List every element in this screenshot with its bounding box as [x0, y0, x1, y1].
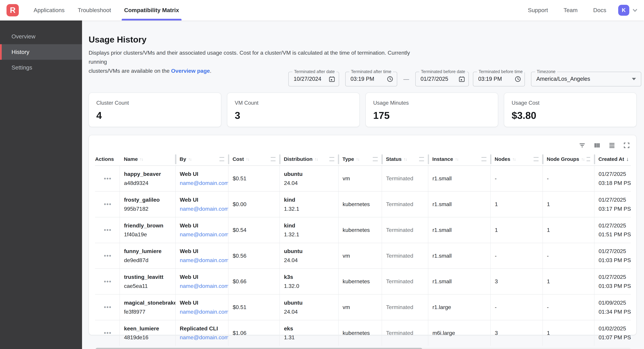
- cell-distribution: k3s1.32.0: [280, 269, 338, 294]
- horizontal-scrollbar-track[interactable]: [95, 348, 631, 349]
- nav-item-team[interactable]: Team: [556, 0, 586, 20]
- density-icon[interactable]: [608, 142, 616, 149]
- column-header-by[interactable]: By↑↓: [176, 153, 228, 166]
- timezone-select[interactable]: Timezone America/Los_Angeles: [531, 72, 641, 86]
- sidebar-item-settings[interactable]: Settings: [0, 60, 82, 75]
- cell-cost-value: $0.51: [232, 304, 276, 311]
- sort-icon[interactable]: ↑↓: [581, 157, 584, 162]
- column-resize-handle[interactable]: [586, 157, 590, 161]
- cell-instance-value: r1.small: [432, 253, 487, 259]
- row-by-email-link[interactable]: name@domain.com: [180, 283, 228, 289]
- row-by-email-link[interactable]: name@domain.com: [180, 180, 228, 186]
- sort-icon[interactable]: ↑↓: [246, 157, 249, 162]
- column-header-created-at[interactable]: Created At↓: [594, 153, 631, 166]
- row-id: 1f40a19e: [124, 231, 172, 238]
- nav-item-support[interactable]: Support: [520, 0, 556, 20]
- column-label: Type: [342, 156, 354, 162]
- nav-item-docs[interactable]: Docs: [586, 0, 614, 20]
- overview-page-link[interactable]: Overview page: [171, 68, 210, 74]
- column-resize-handle[interactable]: [534, 157, 538, 161]
- row-actions-button[interactable]: •••: [102, 252, 113, 259]
- cell-cost-value: $0.56: [232, 253, 276, 259]
- sort-icon[interactable]: ↑↓: [315, 157, 318, 162]
- row-by-email-link[interactable]: name@domain.com: [180, 309, 228, 315]
- row-distribution: ubuntu: [284, 300, 335, 306]
- fullscreen-icon[interactable]: [623, 142, 630, 149]
- nav-item-compatibility-matrix[interactable]: Compatibility Matrix: [118, 0, 186, 20]
- clock-icon[interactable]: [515, 76, 521, 82]
- usage-history-table-card: ActionsName↑↓By↑↓Cost↑↓Distribution↑↓Typ…: [88, 135, 636, 335]
- user-avatar[interactable]: K: [618, 5, 629, 16]
- cell-cost: $0.66: [228, 269, 280, 294]
- row-actions-button[interactable]: •••: [102, 329, 113, 337]
- row-by-email-link[interactable]: name@domain.com: [180, 231, 228, 238]
- cell-nodes-value: -: [495, 175, 539, 182]
- column-header-status[interactable]: Status↑↓: [382, 153, 428, 166]
- cell-name: keen_lumiere4819de16: [120, 320, 175, 346]
- column-resize-handle[interactable]: [419, 157, 424, 161]
- cell-instance-value: r1.small: [432, 227, 487, 233]
- column-resize-handle[interactable]: [373, 157, 378, 161]
- sort-icon[interactable]: ↑↓: [455, 157, 458, 162]
- row-by-email-link[interactable]: name@domain.com: [180, 206, 228, 212]
- top-navigation: R Applications Troubleshoot Compatibilit…: [0, 0, 644, 20]
- column-header-type[interactable]: Type↑↓: [338, 153, 382, 166]
- column-header-node-groups[interactable]: Node Groups↑↓: [543, 153, 594, 166]
- cell-created-at: 01/27/202503:18 PM PST: [594, 166, 631, 191]
- replicated-logo[interactable]: R: [6, 4, 19, 16]
- column-header-cost[interactable]: Cost↑↓: [228, 153, 280, 166]
- column-resize-handle[interactable]: [329, 157, 334, 161]
- chevron-down-icon[interactable]: [632, 7, 638, 13]
- table-row: •••happy_beavera48d9324Web UIname@domain…: [95, 166, 631, 191]
- cell-name: frosty_galileo995b7182: [120, 191, 175, 217]
- column-label: Created At: [598, 156, 624, 162]
- clock-icon[interactable]: [387, 76, 393, 82]
- primary-nav: Applications Troubleshoot Compatibility …: [27, 0, 186, 20]
- column-resize-handle[interactable]: [482, 157, 486, 161]
- table-row: •••friendly_brown1f40a19eWeb UIname@doma…: [95, 217, 631, 243]
- row-actions-button[interactable]: •••: [102, 201, 113, 208]
- secondary-nav: Support Team Docs K: [520, 0, 644, 20]
- terminated-after-date-field[interactable]: Terminated after date 10/27/2024: [288, 72, 339, 86]
- calendar-icon[interactable]: [459, 76, 465, 82]
- row-actions-button[interactable]: •••: [102, 304, 113, 311]
- terminated-before-time-field[interactable]: Terminated before time 03:19 PM: [473, 72, 525, 86]
- horizontal-scrollbar-thumb[interactable]: [96, 348, 422, 349]
- nav-item-troubleshoot[interactable]: Troubleshoot: [71, 0, 118, 20]
- row-actions-button[interactable]: •••: [102, 226, 113, 234]
- column-header-nodes[interactable]: Nodes↑↓: [490, 153, 543, 166]
- sort-icon[interactable]: ↑↓: [356, 157, 359, 162]
- sort-icon[interactable]: ↑↓: [140, 157, 143, 162]
- column-header-distribution[interactable]: Distribution↑↓: [280, 153, 338, 166]
- nav-item-applications[interactable]: Applications: [27, 0, 71, 20]
- cell-node-groups: 1: [543, 320, 594, 346]
- sort-desc-icon[interactable]: ↓: [626, 156, 629, 162]
- cell-cost-value: $0.51: [232, 175, 276, 182]
- row-by-email-link[interactable]: name@domain.com: [180, 257, 228, 263]
- sort-icon[interactable]: ↑↓: [188, 157, 192, 162]
- cell-node-groups-value: -: [547, 175, 591, 182]
- sidebar-item-history[interactable]: History: [0, 44, 82, 60]
- row-id: a48d9324: [124, 180, 172, 186]
- row-by-source: Web UI: [180, 274, 225, 280]
- cell-status: Terminated: [382, 269, 428, 294]
- column-resize-handle[interactable]: [271, 157, 276, 161]
- cell-by: Web UIname@domain.com: [176, 269, 228, 294]
- row-by-email-link[interactable]: name@domain.com: [180, 334, 228, 341]
- sort-icon[interactable]: ↑↓: [512, 157, 516, 162]
- column-header-instance[interactable]: Instance↑↓: [428, 153, 490, 166]
- row-created-date: 01/27/2025: [598, 222, 628, 229]
- filter-icon[interactable]: [579, 142, 586, 149]
- terminated-after-time-field[interactable]: Terminated after time 03:19 PM: [345, 72, 397, 86]
- sort-icon[interactable]: ↑↓: [404, 157, 407, 162]
- calendar-icon[interactable]: [329, 76, 335, 82]
- row-actions-button[interactable]: •••: [102, 278, 113, 285]
- column-header-name[interactable]: Name↑↓: [120, 153, 175, 166]
- row-actions-button[interactable]: •••: [102, 175, 113, 182]
- cell-node-groups-value: -: [547, 304, 591, 311]
- columns-icon[interactable]: [594, 142, 600, 149]
- sidebar-item-overview[interactable]: Overview: [0, 29, 82, 44]
- column-resize-handle[interactable]: [220, 157, 224, 161]
- terminated-before-date-field[interactable]: Terminated before date 01/27/2025: [415, 72, 469, 86]
- row-created-time: 03:18 PM PST: [598, 180, 628, 186]
